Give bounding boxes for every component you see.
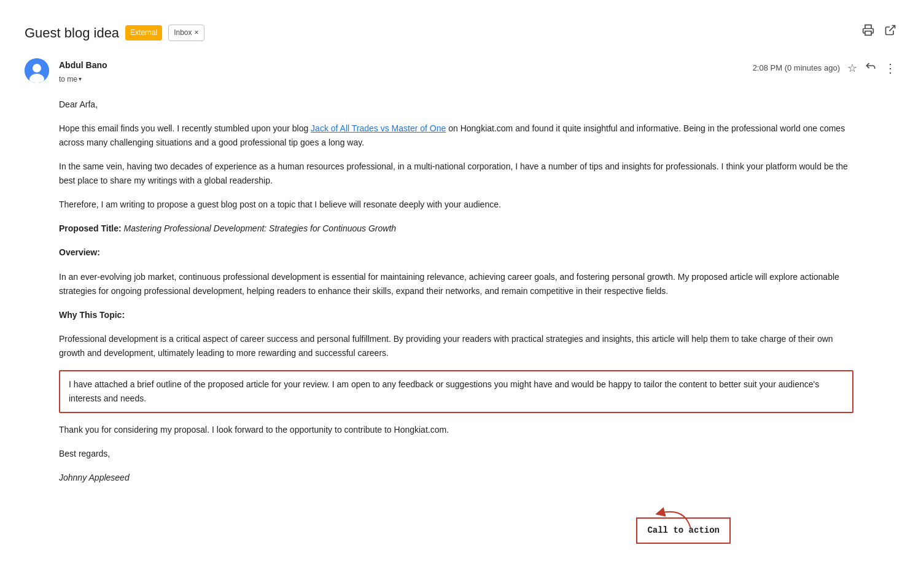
email-title-row: Guest blog idea External Inbox × [25, 22, 204, 44]
sender-name-row: Abdul Bano [59, 58, 743, 72]
signature-line: Johnny Appleseed [59, 471, 853, 485]
email-subject: Guest blog idea [25, 22, 119, 44]
highlighted-paragraph: I have attached a brief outline of the p… [59, 370, 853, 413]
sender-to-label: to me [59, 74, 77, 85]
avatar [25, 58, 49, 83]
svg-line-1 [889, 26, 895, 31]
svg-rect-0 [865, 31, 871, 36]
proposed-title-value: Mastering Professional Development: Stra… [122, 223, 396, 233]
annotation-area: Call to action [59, 495, 853, 544]
badge-inbox-close[interactable]: × [195, 27, 199, 39]
sender-row: Abdul Bano to me ▾ 2:08 PM (0 minutes ag… [25, 58, 896, 85]
para1: Hope this email finds you well. I recent… [59, 122, 853, 150]
signature: Johnny Appleseed [59, 473, 130, 482]
call-to-action-box: Call to action [636, 517, 731, 544]
greeting: Dear Arfa, [59, 98, 853, 112]
badge-external: External [125, 25, 162, 41]
thank-you: Thank you for considering my proposal. I… [59, 423, 853, 437]
blog-link[interactable]: Jack of All Trades vs Master of One [311, 123, 446, 133]
email-header: Guest blog idea External Inbox × [25, 12, 896, 44]
sender-name: Abdul Bano [59, 58, 107, 72]
badge-inbox-label: Inbox [174, 27, 192, 39]
email-timestamp: 2:08 PM (0 minutes ago) [753, 62, 840, 75]
call-to-action-label: Call to action [647, 525, 720, 535]
svg-point-3 [33, 64, 41, 72]
print-icon[interactable] [862, 24, 874, 42]
overview-text: In an ever-evolving job market, continuo… [59, 270, 853, 298]
chevron-down-icon[interactable]: ▾ [79, 74, 82, 84]
why-label: Why This Topic: [59, 310, 125, 320]
sender-actions: 2:08 PM (0 minutes ago) ☆ ⋮ [753, 58, 896, 78]
overview-label: Overview: [59, 247, 100, 257]
sender-to-row: to me ▾ [59, 74, 743, 85]
star-icon[interactable]: ☆ [847, 60, 857, 77]
badge-inbox[interactable]: Inbox × [168, 25, 204, 41]
why-label-para: Why This Topic: [59, 308, 853, 322]
para1-before-link: Hope this email finds you well. I recent… [59, 123, 311, 133]
reply-icon[interactable] [865, 60, 877, 77]
para2: In the same vein, having two decades of … [59, 160, 853, 188]
more-options-icon[interactable]: ⋮ [884, 58, 896, 78]
proposed-title-label: Proposed Title: [59, 223, 122, 233]
header-icons [862, 24, 896, 42]
why-text: Professional development is a critical a… [59, 332, 853, 360]
highlighted-text: I have attached a brief outline of the p… [69, 379, 819, 403]
proposed-title-para: Proposed Title: Mastering Professional D… [59, 222, 853, 236]
para3: Therefore, I am writing to propose a gue… [59, 198, 853, 212]
email-container: Guest blog idea External Inbox × [0, 0, 921, 568]
sender-info: Abdul Bano to me ▾ [59, 58, 743, 85]
overview-label-para: Overview: [59, 246, 853, 260]
best-regards: Best regards, [59, 447, 853, 461]
email-body: Dear Arfa, Hope this email finds you wel… [25, 98, 853, 544]
open-new-tab-icon[interactable] [884, 24, 896, 42]
